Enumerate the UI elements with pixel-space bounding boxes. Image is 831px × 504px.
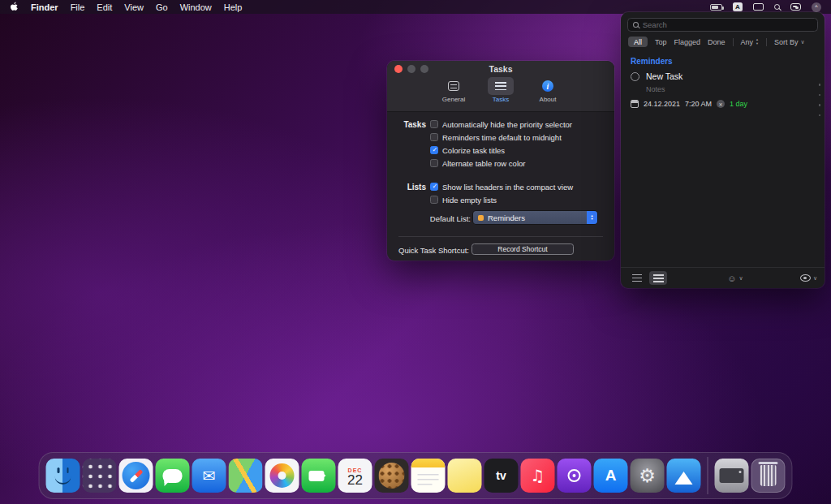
option-row: Hide empty lists [430,195,497,205]
menu-go[interactable]: Go [156,2,168,12]
tasks-section-label: Tasks [387,120,426,129]
battery-icon[interactable] [710,4,722,11]
window-title: Tasks [489,64,513,74]
filter-done[interactable]: Done [708,38,726,46]
dock-contacts-icon[interactable] [375,459,409,493]
control-center-icon[interactable] [790,3,801,11]
dock-notes-icon[interactable] [411,459,446,493]
dock-podcasts-icon[interactable] [558,459,592,493]
checkbox-hide-priority[interactable] [430,120,438,128]
menu-view[interactable]: View [124,2,144,12]
checkbox-label: Reminders time default to midnight [442,133,562,142]
about-info-icon: i [542,80,553,92]
visibility-dropdown[interactable]: ∨ [800,274,817,282]
filter-all[interactable]: All [628,37,648,47]
prefs-toolbar: General Tasks i About [387,76,614,111]
checkbox-hide-empty-lists[interactable] [430,196,438,204]
tab-about-label: About [540,96,557,103]
default-list-label: Default List: [387,214,471,223]
input-source-icon[interactable]: A [733,2,743,11]
menu-window[interactable]: Window [180,2,212,12]
calendar-icon [631,100,639,108]
search-icon [633,22,639,28]
prefs-content: Tasks Automatically hide the priority se… [387,112,614,261]
checkbox-label: Show list headers in the compact view [442,183,573,192]
title-bar[interactable]: Tasks [387,61,614,76]
checkbox-alternate-rows[interactable] [430,159,438,167]
task-notes-placeholder[interactable]: Notes [646,85,825,93]
reminders-section-header[interactable]: Reminders [631,57,815,66]
user-chevron-icon[interactable]: ^ [812,2,821,12]
option-row: Alternate table row color [430,158,525,168]
minimize-button[interactable] [407,65,416,73]
dock-safari-icon[interactable] [119,459,153,493]
menu-file[interactable]: File [71,2,85,12]
dock-system-preferences-icon[interactable]: ⚙ [631,459,665,493]
dock-separator [708,457,708,494]
default-list-dropdown[interactable]: Reminders ▲▼ [473,211,597,224]
dock-stickies-icon[interactable] [448,459,482,493]
detail-list-icon [653,274,664,282]
emoji-dropdown[interactable]: ☺ ∨ [670,274,800,283]
option-row: Colorize task titles [430,145,505,155]
detail-view-button[interactable] [649,271,667,285]
display-mirroring-icon[interactable] [753,3,764,11]
dock-messages-icon[interactable] [156,459,190,493]
divider [398,236,603,237]
dock-facetime-icon[interactable] [302,459,336,493]
record-shortcut-button[interactable]: Record Shortcut [471,243,574,255]
desktop-wallpaper: Finder File Edit View Go Window Help A ^ [0,0,831,504]
appstore-letter: A [605,467,617,485]
divider [766,38,767,46]
dock-trash-icon[interactable] [751,459,786,493]
filter-flagged[interactable]: Flagged [674,38,701,46]
dock: ✉ DEC 22 tv ♫ A ⚙ [39,452,793,499]
task-complete-circle[interactable] [631,72,639,81]
apple-menu-icon[interactable] [10,2,19,12]
dock-photos-icon[interactable] [265,459,299,493]
dock-finder-icon[interactable] [46,459,80,493]
duration-badge: 1 day [730,100,747,108]
clear-date-icon[interactable]: ✕ [717,100,725,108]
dock-external-drive-icon[interactable] [715,459,749,493]
compact-view-button[interactable] [628,271,646,285]
dock-appletv-icon[interactable]: tv [484,459,519,493]
checkbox-time-midnight[interactable] [430,133,438,141]
dock-appstore-icon[interactable]: A [594,459,628,493]
dock-mail-icon[interactable]: ✉ [192,459,226,493]
tab-tasks[interactable]: Tasks [484,77,518,111]
dock-music-icon[interactable]: ♫ [521,459,555,493]
dock-launchpad-icon[interactable] [83,459,117,493]
window-chrome: Tasks General Tasks i About [387,61,614,112]
active-app-name[interactable]: Finder [31,2,58,12]
checkbox-label: Hide empty lists [442,196,497,205]
calendar-day: 22 [347,473,363,487]
search-icon[interactable] [774,4,780,10]
dock-maps-icon[interactable] [229,459,263,493]
tab-general[interactable]: General [437,77,471,111]
menu-help[interactable]: Help [224,2,243,12]
compact-list-icon [632,274,642,282]
option-row: Automatically hide the priority selector [430,119,572,129]
dock-tasks-app-icon[interactable] [667,459,701,493]
smiley-icon: ☺ [727,274,736,283]
any-filter-dropdown[interactable]: Any ▲▼ [741,38,759,46]
search-input[interactable] [643,20,812,29]
filter-top[interactable]: Top [655,38,667,46]
sort-by-dropdown[interactable]: Sort By ∨ [774,38,805,46]
dock-calendar-icon[interactable]: DEC 22 [338,459,372,493]
checkbox-label: Automatically hide the priority selector [442,120,572,129]
checkbox-colorize-titles[interactable] [430,146,438,154]
tv-label: tv [496,469,506,482]
sort-by-label: Sort By [774,38,799,46]
tab-about[interactable]: i About [531,77,565,111]
zoom-button[interactable] [420,65,428,73]
menu-edit[interactable]: Edit [97,2,112,12]
tab-tasks-label: Tasks [493,96,509,103]
task-row[interactable]: New Task [631,71,815,81]
task-meta-row: 24.12.2021 7:20 AM ✕ 1 day [631,100,825,108]
panel-bottom-toolbar: ☺ ∨ ∨ [621,267,825,288]
search-field[interactable] [627,18,818,32]
close-button[interactable] [394,65,403,73]
checkbox-show-list-headers[interactable] [430,183,438,191]
